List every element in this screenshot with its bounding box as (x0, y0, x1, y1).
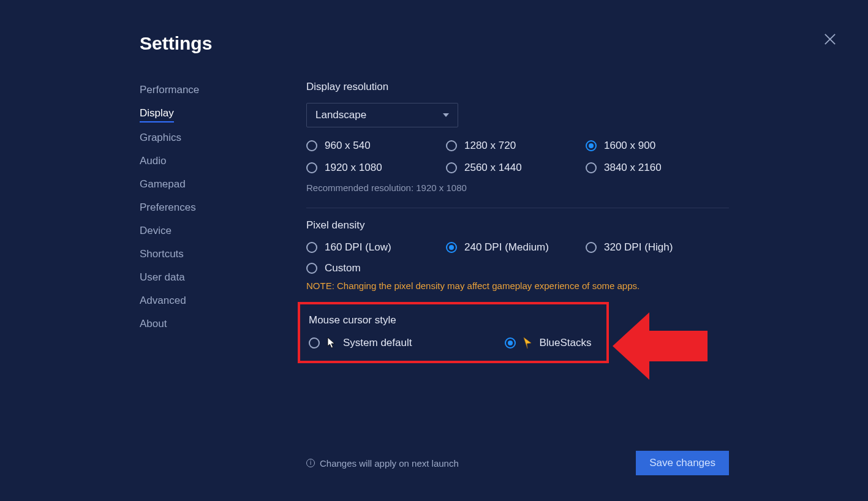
sidebar: Performance Display Graphics Audio Gamep… (140, 78, 274, 336)
radio-label: BlueStacks (539, 337, 591, 349)
recommended-resolution: Recommended resolution: 1920 x 1080 (306, 183, 729, 193)
density-320[interactable]: 320 DPI (High) (586, 241, 725, 254)
close-icon (821, 31, 839, 48)
svg-marker-2 (613, 312, 708, 380)
sidebar-item-advanced[interactable]: Advanced (140, 289, 274, 312)
radio-icon (446, 162, 457, 173)
radio-label: 3840 x 2160 (604, 162, 662, 174)
resolution-1600x900[interactable]: 1600 x 900 (586, 140, 725, 152)
sidebar-item-graphics[interactable]: Graphics (140, 126, 274, 149)
radio-icon (586, 140, 597, 151)
radio-label: 1920 x 1080 (325, 162, 382, 174)
sidebar-item-preferences[interactable]: Preferences (140, 196, 274, 219)
footer: i Changes will apply on next launch Save… (306, 451, 729, 475)
sidebar-item-display[interactable]: Display (140, 102, 174, 122)
radio-icon (586, 242, 597, 253)
default-cursor-icon (326, 336, 337, 350)
density-options: 160 DPI (Low) 240 DPI (Medium) 320 DPI (… (306, 241, 729, 254)
radio-icon (446, 140, 457, 151)
resolution-960x540[interactable]: 960 x 540 (306, 140, 446, 152)
bluestacks-cursor-icon (522, 336, 533, 350)
radio-icon (306, 263, 317, 274)
radio-icon (309, 337, 320, 348)
radio-label: Custom (325, 262, 361, 274)
cursor-options: System default BlueStacks (309, 336, 600, 350)
density-custom[interactable]: Custom (306, 262, 729, 274)
sidebar-item-shortcuts[interactable]: Shortcuts (140, 243, 274, 266)
save-changes-button[interactable]: Save changes (636, 451, 729, 475)
footer-info-text: Changes will apply on next launch (320, 458, 459, 469)
sidebar-item-performance[interactable]: Performance (140, 78, 274, 102)
radio-label: 1600 x 900 (604, 140, 655, 152)
resolution-1280x720[interactable]: 1280 x 720 (446, 140, 586, 152)
resolution-3840x2160[interactable]: 3840 x 2160 (586, 162, 725, 174)
sidebar-item-device[interactable]: Device (140, 219, 274, 243)
radio-label: System default (343, 337, 412, 349)
radio-label: 1280 x 720 (464, 140, 516, 152)
cursor-heading: Mouse cursor style (309, 314, 600, 326)
radio-icon (586, 162, 597, 173)
radio-icon (505, 337, 516, 348)
sidebar-item-gamepad[interactable]: Gamepad (140, 173, 274, 196)
radio-icon (446, 242, 457, 253)
radio-label: 2560 x 1440 (464, 162, 522, 174)
chevron-down-icon (443, 113, 449, 117)
radio-label: 320 DPI (High) (604, 241, 673, 254)
resolution-1920x1080[interactable]: 1920 x 1080 (306, 162, 446, 174)
cursor-system-default[interactable]: System default (309, 336, 412, 350)
density-160[interactable]: 160 DPI (Low) (306, 241, 446, 254)
close-button[interactable] (821, 31, 839, 48)
sidebar-item-audio[interactable]: Audio (140, 149, 274, 173)
radio-icon (306, 140, 317, 151)
density-heading: Pixel density (306, 219, 729, 232)
density-240[interactable]: 240 DPI (Medium) (446, 241, 586, 254)
resolution-heading: Display resolution (306, 81, 729, 93)
resolution-options: 960 x 540 1280 x 720 1600 x 900 1920 x 1… (306, 140, 729, 174)
sidebar-item-user-data[interactable]: User data (140, 266, 274, 289)
footer-info: i Changes will apply on next launch (306, 458, 459, 469)
orientation-selected-value: Landscape (315, 109, 366, 121)
page-title: Settings (140, 33, 212, 54)
radio-label: 960 x 540 (325, 140, 371, 152)
radio-label: 240 DPI (Medium) (464, 241, 549, 254)
info-icon: i (306, 459, 315, 467)
cursor-bluestacks[interactable]: BlueStacks (505, 336, 591, 350)
radio-icon (306, 162, 317, 173)
divider (306, 208, 729, 208)
density-note: NOTE: Changing the pixel density may aff… (306, 281, 729, 291)
orientation-select[interactable]: Landscape (306, 103, 458, 127)
radio-icon (306, 242, 317, 253)
highlight-annotation: Mouse cursor style System default BlueSt… (298, 302, 609, 363)
arrow-annotation (613, 306, 711, 386)
radio-label: 160 DPI (Low) (325, 241, 391, 254)
sidebar-item-about[interactable]: About (140, 312, 274, 336)
resolution-2560x1440[interactable]: 2560 x 1440 (446, 162, 586, 174)
